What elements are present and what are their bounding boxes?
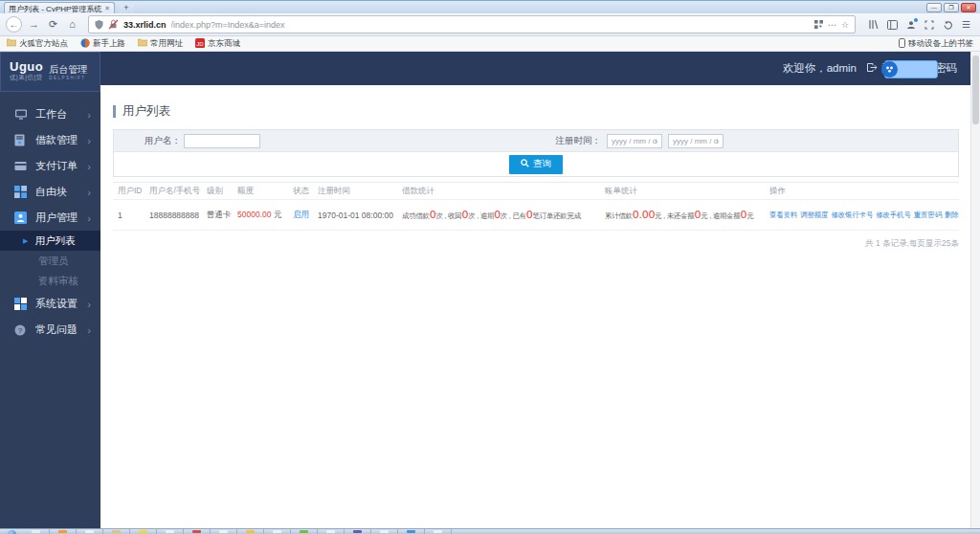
maximize-button[interactable]: ❐: [944, 3, 959, 12]
operation-link[interactable]: 重置密码: [914, 211, 942, 219]
column-header: 操作: [769, 186, 959, 197]
date-from-input[interactable]: [607, 134, 662, 148]
tab-close-icon[interactable]: ✕: [104, 5, 110, 12]
search-button[interactable]: 查询: [509, 155, 563, 174]
qr-code-icon[interactable]: [814, 20, 823, 29]
sidebar-item-payment-orders[interactable]: 支付订单›: [0, 153, 100, 179]
logout-icon: [866, 62, 878, 75]
operation-link[interactable]: 修改手机号: [876, 211, 911, 219]
reload-icon[interactable]: ⟳: [46, 17, 60, 32]
operation-link[interactable]: 删除会员: [945, 211, 959, 219]
bookmark-item[interactable]: 新手上路: [80, 38, 125, 50]
sidebar-item-free-blocks[interactable]: 自由块›: [0, 179, 100, 205]
screenshot-icon[interactable]: [924, 20, 934, 30]
taskbar-button[interactable]: [291, 529, 318, 534]
sidebar-subitem-user-list[interactable]: ▶用户列表: [0, 231, 100, 251]
mobile-bookmarks-label: 移动设备上的书签: [908, 38, 973, 50]
taskbar-button[interactable]: [77, 529, 103, 534]
operation-link[interactable]: 查看资料: [769, 211, 797, 219]
page-title: 用户列表: [113, 105, 170, 118]
operation-link[interactable]: 修改银行卡号: [831, 211, 873, 219]
status-toggle-link[interactable]: 启用: [293, 210, 309, 219]
library-icon[interactable]: [868, 19, 879, 30]
site-header: 欢迎你，admin 注销 修改密码: [0, 52, 980, 85]
account-icon[interactable]: [906, 20, 916, 30]
taskbar-button[interactable]: [345, 529, 371, 534]
forward-icon[interactable]: →: [27, 17, 41, 32]
session-restore-icon[interactable]: [943, 20, 953, 30]
filter-fields: 用户名： 注册时间：: [114, 130, 958, 152]
chevron-right-icon: ›: [87, 299, 91, 310]
taskbar-button[interactable]: [50, 529, 77, 534]
sidebar-item-workbench[interactable]: 工作台›: [0, 101, 100, 127]
sidebar-menu: 工作台›借款管理›支付订单›自由块›用户管理›▶用户列表管理员资料审核系统设置›…: [0, 101, 100, 343]
minimize-button[interactable]: —: [926, 3, 942, 12]
bookmark-item[interactable]: 火狐官方站点: [7, 38, 68, 50]
filter-actions: 查询: [114, 152, 958, 176]
sidebar-item-system-settings[interactable]: 系统设置›: [0, 291, 100, 317]
sidebar-item-user-management[interactable]: 用户管理›: [0, 205, 100, 231]
tracking-shield-icon[interactable]: [95, 20, 103, 30]
mobile-bookmarks[interactable]: 移动设备上的书签: [899, 38, 973, 50]
link-badge-icon: [881, 61, 898, 78]
chevron-right-icon: ›: [87, 161, 91, 172]
taskbar-button[interactable]: [157, 529, 184, 534]
taskbar-button[interactable]: [211, 529, 237, 534]
sidebar-subitem-administrators[interactable]: 管理员: [0, 251, 100, 271]
column-header: 注册时间: [318, 186, 402, 197]
taskbar-button[interactable]: [237, 529, 264, 534]
search-icon: [521, 159, 529, 169]
column-header: 用户名/手机号: [149, 186, 207, 197]
taskbar-button[interactable]: [425, 529, 452, 534]
menu-icon[interactable]: ☰: [962, 19, 970, 30]
active-caret-icon: ▶: [23, 237, 28, 245]
page-actions-icon[interactable]: ⋯: [828, 20, 836, 30]
bookmark-item[interactable]: 常用网址: [138, 38, 183, 50]
sidebar-subitem-data-review[interactable]: 资料审核: [0, 271, 100, 291]
cell-quota: 50000.00 元: [237, 210, 293, 221]
taskbar-button[interactable]: [264, 529, 291, 534]
sidebar-item-loan-management[interactable]: 借款管理›: [0, 127, 100, 153]
sidebar-toggle-icon[interactable]: [887, 20, 898, 30]
taskbar-button[interactable]: [23, 529, 50, 534]
logo: Uguo 优|果|信|贷 后台管理 DELPSHIFT: [0, 52, 100, 92]
extension-overlay-badge[interactable]: [884, 60, 938, 78]
close-button[interactable]: ✕: [961, 3, 976, 12]
back-icon[interactable]: ←: [6, 16, 22, 33]
scrollbar[interactable]: [970, 52, 980, 528]
url-bar[interactable]: 33.xrlid.cn /index.php?m=Index&a=index ⋯…: [88, 15, 856, 33]
home-icon[interactable]: ⌂: [65, 17, 79, 32]
main-content: 用户列表 用户名： 注册时间： 查询 用户ID用户名/手机号级别额度状态注册时间…: [100, 85, 980, 528]
taskbar-button[interactable]: [371, 529, 398, 534]
taskbar-button[interactable]: [184, 529, 211, 534]
pay-card-icon: [14, 161, 28, 171]
cell-username: 18888888888: [149, 211, 207, 220]
new-tab-button[interactable]: +: [119, 3, 134, 13]
user-icon: [14, 211, 28, 224]
column-header: 额度: [237, 186, 293, 197]
scrollbar-thumb[interactable]: [972, 56, 979, 124]
cell-operations: 查看资料调整额度修改银行卡号修改手机号重置密码删除会员: [769, 210, 959, 220]
user-table: 用户ID用户名/手机号级别额度状态注册时间借款统计账单统计操作 1 188888…: [113, 182, 959, 231]
url-path: /index.php?m=Index&a=index: [171, 20, 810, 30]
logo-title-sub: DELPSHIFT: [49, 76, 87, 80]
taskbar-button[interactable]: [130, 529, 157, 534]
loan-doc-icon: [14, 134, 28, 146]
column-header: 借款统计: [402, 186, 605, 197]
username-label: 用户名：: [145, 135, 181, 147]
taskbar-button[interactable]: [398, 529, 425, 534]
svg-text:JD: JD: [196, 40, 204, 46]
username-input[interactable]: [184, 134, 260, 148]
pagination-info: 共 1 条记录,每页显示25条: [865, 238, 959, 250]
bookmark-star-icon[interactable]: ☆: [841, 20, 849, 30]
operation-link[interactable]: 调整额度: [800, 211, 828, 219]
insecure-lock-icon[interactable]: [108, 19, 119, 30]
sidebar-item-faq[interactable]: ?常见问题›: [0, 317, 100, 343]
regtime-label: 注册时间：: [556, 135, 602, 147]
bookmark-item[interactable]: JD京东商城: [195, 38, 240, 50]
start-button[interactable]: [0, 529, 23, 534]
taskbar-button[interactable]: [103, 529, 130, 534]
cell-loan-stats: 成功借款0次 , 收回0次 , 逾期0次 , 已有0笔订单还款完成: [402, 210, 605, 221]
taskbar-button[interactable]: [318, 529, 345, 534]
date-to-input[interactable]: [668, 134, 724, 148]
